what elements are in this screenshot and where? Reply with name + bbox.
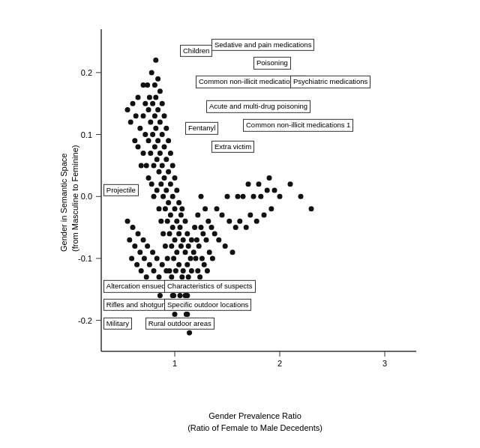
svg-point-138 (195, 268, 200, 273)
svg-point-69 (160, 231, 166, 236)
svg-point-194 (145, 243, 150, 249)
svg-point-187 (134, 262, 140, 267)
svg-point-36 (146, 138, 152, 143)
svg-point-172 (258, 194, 263, 199)
svg-point-181 (309, 206, 314, 211)
svg-point-183 (127, 237, 132, 243)
chart-label: Children (180, 45, 212, 57)
svg-point-132 (191, 249, 196, 255)
svg-point-155 (214, 206, 220, 211)
svg-point-62 (158, 151, 163, 156)
svg-point-26 (137, 126, 142, 131)
svg-text:1: 1 (172, 359, 177, 368)
svg-point-170 (254, 219, 260, 224)
chart-label: Psychiatric medications (290, 76, 370, 88)
svg-point-118 (183, 249, 188, 255)
svg-point-201 (157, 274, 162, 279)
svg-point-60 (158, 88, 163, 94)
svg-point-127 (188, 255, 194, 261)
svg-point-219 (184, 312, 190, 317)
svg-point-30 (141, 151, 146, 156)
svg-point-63 (158, 181, 164, 187)
svg-point-46 (152, 194, 157, 199)
svg-point-159 (225, 194, 230, 199)
chart-label: Poisoning (254, 57, 291, 69)
svg-point-191 (141, 237, 146, 243)
svg-point-150 (206, 219, 211, 224)
svg-point-211 (172, 312, 178, 317)
svg-point-38 (147, 94, 152, 100)
svg-point-175 (267, 175, 272, 181)
svg-point-32 (142, 132, 148, 137)
svg-point-83 (167, 231, 172, 236)
svg-point-141 (197, 274, 202, 279)
chart-label: Projectile (104, 184, 139, 196)
svg-point-74 (163, 243, 168, 249)
svg-point-86 (168, 181, 173, 187)
svg-point-102 (174, 249, 179, 255)
svg-point-80 (166, 138, 171, 143)
chart-label: Altercation ensued (104, 280, 169, 292)
svg-point-54 (154, 188, 160, 193)
svg-point-110 (178, 213, 184, 218)
svg-point-51 (153, 94, 158, 100)
svg-point-176 (268, 206, 274, 211)
svg-point-139 (195, 213, 200, 218)
svg-point-134 (192, 225, 197, 230)
svg-point-130 (189, 268, 194, 273)
svg-point-163 (236, 194, 241, 199)
svg-point-165 (241, 194, 246, 199)
svg-point-67 (160, 163, 165, 168)
svg-point-152 (209, 225, 214, 230)
chart-label: Military (104, 318, 132, 330)
svg-point-115 (181, 268, 186, 273)
svg-point-85 (168, 151, 173, 156)
svg-point-93 (171, 255, 176, 261)
svg-point-71 (162, 145, 167, 150)
svg-point-153 (210, 255, 215, 261)
svg-point-105 (176, 200, 182, 205)
svg-point-101 (174, 219, 179, 224)
chart-label: Fentanyl (185, 122, 218, 134)
svg-point-48 (152, 113, 158, 118)
chart-label: Common non-illicit medications 1 (243, 119, 353, 131)
svg-point-109 (178, 225, 183, 230)
svg-point-49 (152, 145, 158, 150)
svg-point-50 (153, 58, 158, 63)
chart-container: Gender in Semantic Space (from Masculine… (15, 10, 465, 438)
svg-point-77 (164, 188, 169, 193)
svg-point-41 (149, 181, 154, 187)
svg-point-55 (155, 76, 160, 82)
svg-point-47 (152, 82, 158, 88)
svg-point-192 (142, 255, 147, 261)
chart-label: Specific outdoor locations (164, 299, 251, 311)
svg-point-68 (160, 194, 166, 199)
svg-point-111 (178, 243, 184, 249)
svg-point-146 (202, 262, 207, 267)
svg-point-178 (278, 194, 283, 199)
svg-point-179 (288, 181, 293, 187)
svg-point-135 (194, 255, 199, 261)
svg-point-39 (148, 120, 153, 125)
svg-point-193 (144, 274, 149, 279)
svg-point-52 (153, 126, 158, 131)
svg-point-43 (150, 101, 155, 106)
chart-label: Rifles and shotguns (104, 299, 172, 311)
svg-point-171 (256, 181, 262, 187)
svg-point-45 (152, 163, 157, 168)
svg-point-168 (248, 213, 253, 218)
svg-point-98 (173, 268, 178, 273)
svg-point-122 (184, 262, 190, 267)
svg-point-129 (189, 237, 194, 243)
svg-point-21 (130, 101, 136, 106)
chart-label: Acute and multi-drug poisoning (206, 100, 310, 112)
svg-point-149 (205, 268, 210, 273)
svg-point-162 (233, 225, 238, 230)
svg-point-66 (160, 132, 165, 137)
svg-point-173 (262, 213, 267, 218)
svg-point-156 (216, 237, 221, 243)
svg-point-20 (128, 120, 134, 125)
svg-point-33 (144, 163, 149, 168)
svg-point-182 (125, 219, 130, 224)
svg-point-143 (199, 194, 204, 199)
